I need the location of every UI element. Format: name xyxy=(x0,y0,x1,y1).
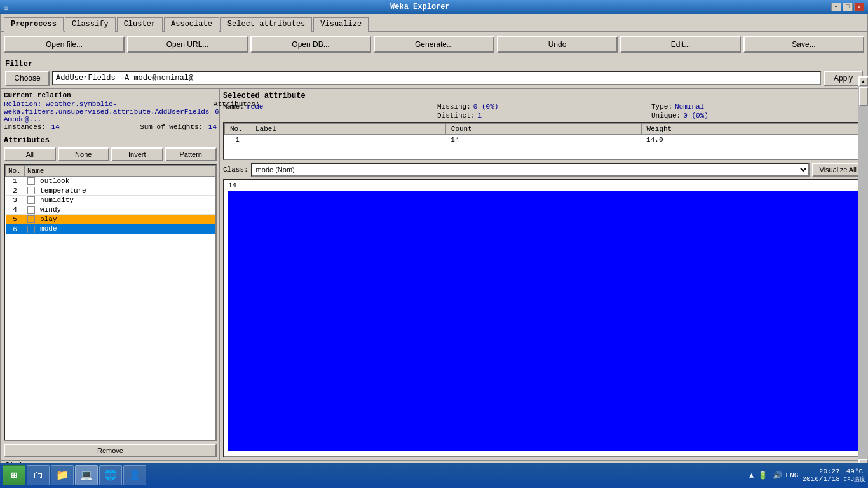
windows-icon: ⊞ xyxy=(11,471,17,480)
taskbar-app-3[interactable]: 💻 xyxy=(75,465,98,485)
filter-row: Choose Apply xyxy=(5,71,863,86)
visualization-chart: 14 xyxy=(223,179,864,458)
class-label: Class: xyxy=(223,166,248,173)
relation-label: Relation: weather.symbolic-weka.filters.… xyxy=(4,100,214,123)
table-row[interactable]: 4 windy xyxy=(6,205,215,215)
row-no: 3 xyxy=(6,196,25,205)
title-bar: ☕ Weka Explorer – □ ✕ xyxy=(0,0,868,14)
system-tray-icons: ▲ 🔋 🔊 xyxy=(749,471,782,480)
row-name: outlook xyxy=(25,177,215,186)
attribute-info-grid: Name: mode Missing: 0 (0%) Type: Nominal… xyxy=(223,103,864,119)
table-row[interactable]: 6 mode xyxy=(6,224,215,234)
clock-time: 20:27 xyxy=(819,468,840,475)
taskbar-app-5[interactable]: 👤 xyxy=(123,465,146,485)
attributes-table-container[interactable]: No. Name 1 outlook 2 temperature 3 xyxy=(4,164,217,441)
chart-bar xyxy=(228,191,859,451)
attr-unique-info: Unique: 0 (0%) xyxy=(651,112,864,119)
table-row[interactable]: 5 play xyxy=(6,215,215,224)
row-no: 5 xyxy=(6,215,25,224)
visualize-all-button[interactable]: Visualize All xyxy=(812,163,865,177)
val-count: 14 xyxy=(445,135,641,146)
attributes-body: 1 outlook 2 temperature 3 humidity 4 win… xyxy=(6,177,215,234)
val-label xyxy=(250,135,446,146)
attr-missing-info: Missing: 0 (0%) xyxy=(437,103,650,111)
main-window: Preprocess Classify Cluster Associate Se… xyxy=(0,14,868,463)
right-scrollbar[interactable]: ▲ ▼ xyxy=(858,76,868,469)
minimize-button[interactable]: – xyxy=(831,3,841,11)
table-row[interactable]: 2 temperature xyxy=(6,186,215,196)
col2-count: Count xyxy=(445,124,641,135)
col2-label: Label xyxy=(250,124,446,135)
instances-info: Instances: 14 xyxy=(4,123,60,131)
tab-classify[interactable]: Classify xyxy=(65,17,116,32)
title-controls: – □ ✕ xyxy=(831,3,864,11)
tab-associate[interactable]: Associate xyxy=(164,17,219,32)
right-panel: Selected attribute Name: mode Missing: 0… xyxy=(220,89,867,460)
row-no: 4 xyxy=(6,205,25,215)
row-no: 1 xyxy=(6,177,25,186)
choose-button[interactable]: Choose xyxy=(5,71,50,86)
remove-button[interactable]: Remove xyxy=(4,444,217,458)
apply-button[interactable]: Apply xyxy=(824,71,863,86)
filter-field[interactable] xyxy=(52,71,821,85)
tab-visualize[interactable]: Visualize xyxy=(313,17,369,32)
save-button[interactable]: Save... xyxy=(743,36,864,53)
taskbar: ⊞ 🗂 📁 💻 🌐 👤 ▲ 🔋 🔊 ENG 20:27 2016/1/18 49… xyxy=(0,463,868,488)
attr-name-info: Name: mode xyxy=(223,103,436,111)
taskbar-app-1[interactable]: 🗂 xyxy=(27,465,50,485)
class-row: Class: mode (Nom)outlook (Nom)temperatur… xyxy=(223,163,864,177)
start-button[interactable]: ⊞ xyxy=(3,465,25,485)
toolbar: Open file... Open URL... Open DB... Gene… xyxy=(1,32,867,57)
table-row[interactable]: 3 humidity xyxy=(6,196,215,205)
chart-value-label: 14 xyxy=(228,182,236,189)
tab-select-attributes[interactable]: Select attributes xyxy=(220,17,312,32)
close-button[interactable]: ✕ xyxy=(854,3,864,11)
current-relation-title: Current relation xyxy=(4,92,217,99)
tab-preprocess[interactable]: Preprocess xyxy=(4,17,64,32)
table-row[interactable]: 1 14 14.0 xyxy=(225,135,863,146)
clock: 20:27 2016/1/18 xyxy=(802,468,839,483)
lang-indicator: ENG xyxy=(786,471,799,479)
open-url-button[interactable]: Open URL... xyxy=(127,36,248,53)
all-button[interactable]: All xyxy=(4,147,56,161)
row-name: mode xyxy=(25,224,215,234)
col-no: No. xyxy=(6,166,25,177)
table-row[interactable]: 1 outlook xyxy=(6,177,215,186)
class-select[interactable]: mode (Nom)outlook (Nom)temperature (Num)… xyxy=(251,163,810,177)
row-name: windy xyxy=(25,205,215,215)
content-area: Current relation Relation: weather.symbo… xyxy=(1,89,867,460)
current-relation: Current relation Relation: weather.symbo… xyxy=(4,92,217,131)
tab-cluster[interactable]: Cluster xyxy=(117,17,163,32)
attr-values-table: No. Label Count Weight 1 14 14.0 xyxy=(224,123,863,145)
scroll-up[interactable]: ▲ xyxy=(858,76,869,86)
row-no: 6 xyxy=(6,224,25,234)
open-file-button[interactable]: Open file... xyxy=(4,36,125,53)
open-db-button[interactable]: Open DB... xyxy=(250,36,371,53)
title-bar-left: ☕ xyxy=(4,2,9,12)
col2-weight: Weight xyxy=(641,124,862,135)
window-title: Weka Explorer xyxy=(9,3,831,11)
taskbar-app-2[interactable]: 📁 xyxy=(51,465,74,485)
maximize-button[interactable]: □ xyxy=(843,3,853,11)
val-weight: 14.0 xyxy=(641,135,862,146)
row-name: humidity xyxy=(25,196,215,205)
attributes-table: No. Name 1 outlook 2 temperature 3 xyxy=(5,165,215,234)
attributes-title: Attributes xyxy=(4,136,217,145)
edit-button[interactable]: Edit... xyxy=(620,36,741,53)
col-name: Name xyxy=(25,166,215,177)
col2-no: No. xyxy=(225,124,250,135)
none-button[interactable]: None xyxy=(58,147,110,161)
attr-values-table-container[interactable]: No. Label Count Weight 1 14 14.0 xyxy=(223,122,864,160)
instances-line: Instances: 14 Sum of weights: 14 xyxy=(4,123,217,131)
pattern-button[interactable]: Pattern xyxy=(165,147,217,161)
attr-buttons: All None Invert Pattern xyxy=(4,147,217,161)
undo-button[interactable]: Undo xyxy=(497,36,618,53)
app-icon: ☕ xyxy=(4,2,9,12)
taskbar-app-4[interactable]: 🌐 xyxy=(99,465,122,485)
relation-line: Relation: weather.symbolic-weka.filters.… xyxy=(4,100,217,123)
tab-bar: Preprocess Classify Cluster Associate Se… xyxy=(1,14,867,32)
generate-button[interactable]: Generate... xyxy=(374,36,494,53)
invert-button[interactable]: Invert xyxy=(111,147,163,161)
scroll-thumb[interactable] xyxy=(859,87,868,106)
selected-attribute-title: Selected attribute xyxy=(223,92,864,100)
